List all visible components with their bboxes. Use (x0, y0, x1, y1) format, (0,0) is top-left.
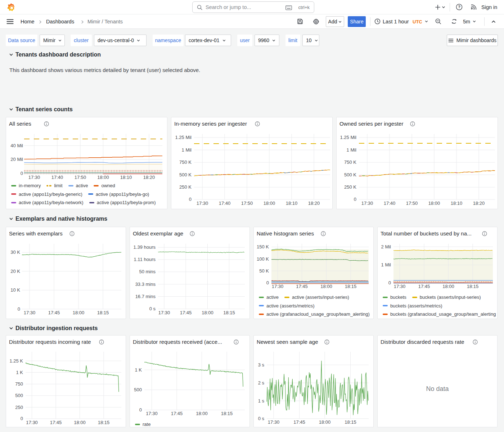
svg-text:18:00: 18:00 (264, 201, 275, 206)
svg-text:20 K: 20 K (10, 269, 20, 274)
svg-text:18:00: 18:00 (73, 310, 85, 315)
svg-text:17:30: 17:30 (26, 420, 38, 425)
svg-text:17:30: 17:30 (272, 284, 284, 289)
svg-text:18:00: 18:00 (74, 420, 86, 425)
svg-text:17:40: 17:40 (219, 201, 231, 206)
svg-text:18:00: 18:00 (196, 411, 208, 416)
svg-text:30 K: 30 K (10, 249, 20, 255)
svg-text:17:40: 17:40 (51, 175, 63, 180)
svg-text:1.25 Mil: 1.25 Mil (175, 135, 192, 140)
svg-text:17:40: 17:40 (384, 201, 396, 206)
svg-text:18:15: 18:15 (467, 284, 479, 289)
svg-text:17:45: 17:45 (418, 284, 430, 289)
svg-text:17:30: 17:30 (268, 419, 280, 425)
svg-text:500 K: 500 K (179, 172, 192, 177)
svg-text:150 K: 150 K (257, 244, 269, 249)
svg-text:0: 0 (266, 280, 269, 285)
svg-text:3 s: 3 s (258, 362, 265, 368)
svg-text:17:30: 17:30 (361, 201, 373, 206)
svg-text:20 Mil: 20 Mil (10, 157, 23, 162)
svg-text:0: 0 (139, 407, 142, 413)
svg-text:1.39 hours: 1.39 hours (134, 244, 156, 250)
svg-text:50 mins: 50 mins (139, 269, 156, 274)
svg-text:2 Mil: 2 Mil (381, 244, 391, 249)
svg-text:18:15: 18:15 (345, 284, 357, 289)
svg-text:40 Mil: 40 Mil (10, 143, 23, 148)
svg-text:18:10: 18:10 (451, 201, 463, 206)
svg-text:250 K: 250 K (344, 184, 356, 190)
svg-text:750 K: 750 K (179, 159, 192, 165)
svg-text:18:15: 18:15 (345, 419, 356, 425)
svg-text:18:20: 18:20 (473, 201, 485, 206)
svg-text:1 s: 1 s (258, 398, 265, 404)
svg-text:18:00: 18:00 (442, 284, 454, 289)
svg-text:17:50: 17:50 (75, 175, 86, 180)
svg-text:10 K: 10 K (10, 287, 20, 293)
svg-text:17:45: 17:45 (293, 419, 305, 425)
svg-text:18:00: 18:00 (97, 175, 109, 180)
svg-text:0 s: 0 s (258, 416, 265, 421)
svg-text:0: 0 (18, 306, 20, 312)
svg-text:0 s: 0 s (149, 306, 156, 311)
svg-text:50 K: 50 K (259, 268, 269, 274)
svg-text:18:10: 18:10 (120, 175, 132, 180)
svg-text:500: 500 (15, 393, 23, 398)
svg-text:750 K: 750 K (344, 159, 356, 165)
svg-text:17:50: 17:50 (406, 201, 418, 206)
svg-text:18:20: 18:20 (308, 201, 320, 206)
svg-text:250: 250 (15, 405, 23, 410)
svg-text:500 K: 500 K (344, 172, 356, 177)
svg-text:0: 0 (388, 280, 391, 285)
svg-text:2 s: 2 s (258, 380, 265, 386)
svg-text:18:00: 18:00 (319, 419, 331, 425)
svg-text:1.11 hours: 1.11 hours (134, 257, 156, 262)
svg-text:33.3 mins: 33.3 mins (135, 282, 156, 287)
svg-text:17:50: 17:50 (241, 201, 253, 206)
svg-text:0: 0 (21, 416, 23, 421)
svg-text:17:30: 17:30 (24, 310, 36, 315)
svg-text:0: 0 (189, 197, 192, 202)
svg-text:1 Mil: 1 Mil (381, 262, 391, 267)
svg-text:17:30: 17:30 (394, 284, 406, 289)
svg-text:1 Mil: 1 Mil (182, 147, 192, 153)
svg-text:500: 500 (134, 387, 142, 392)
svg-text:0: 0 (21, 171, 23, 176)
svg-text:16.7 mins: 16.7 mins (135, 294, 156, 299)
svg-text:18:15: 18:15 (98, 420, 110, 425)
svg-text:17:45: 17:45 (171, 411, 183, 416)
svg-text:18:00: 18:00 (320, 284, 332, 289)
svg-text:1 Mil: 1 Mil (347, 147, 357, 153)
svg-text:18:00: 18:00 (202, 310, 213, 315)
svg-text:750: 750 (15, 381, 23, 387)
svg-text:18:15: 18:15 (221, 411, 233, 416)
svg-text:250 K: 250 K (179, 184, 192, 190)
svg-text:18:15: 18:15 (97, 310, 109, 315)
svg-text:17:45: 17:45 (180, 310, 192, 315)
svg-text:17:45: 17:45 (296, 284, 308, 289)
svg-text:1.25 K: 1.25 K (9, 358, 23, 364)
svg-text:17:30: 17:30 (28, 175, 40, 180)
svg-text:17:45: 17:45 (48, 310, 60, 315)
svg-text:17:45: 17:45 (50, 420, 62, 425)
svg-text:17:30: 17:30 (158, 310, 170, 315)
svg-text:17:30: 17:30 (146, 411, 158, 416)
svg-text:0: 0 (354, 197, 356, 202)
svg-text:100 K: 100 K (257, 256, 269, 262)
svg-text:?: ? (458, 5, 460, 9)
svg-text:18:15: 18:15 (223, 310, 235, 315)
svg-text:1 K: 1 K (135, 367, 142, 373)
svg-text:18:00: 18:00 (428, 201, 440, 206)
svg-text:17:30: 17:30 (197, 201, 208, 206)
svg-text:1 K: 1 K (16, 370, 23, 375)
svg-text:18:10: 18:10 (286, 201, 298, 206)
svg-text:1.25 Mil: 1.25 Mil (340, 135, 356, 140)
svg-text:18:20: 18:20 (143, 175, 155, 180)
